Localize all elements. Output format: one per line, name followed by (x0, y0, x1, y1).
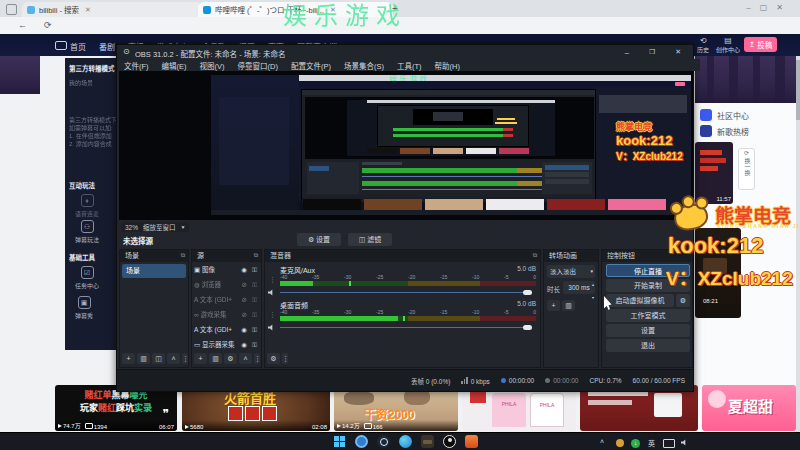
menu-file[interactable]: 文件(F) (124, 60, 149, 71)
scene-more-button[interactable]: ⋮ (182, 353, 188, 364)
nested-obs-controls (542, 162, 592, 194)
mixer-ch1-ticks: -40-35-30-25-20-15-10-50 (280, 274, 536, 280)
mixer-ch1-slider[interactable] (280, 292, 532, 293)
preview-zoom-control[interactable]: 32% 缩放至窗口 ▼ (121, 222, 189, 232)
menu-edit[interactable]: 编辑(E) (162, 60, 187, 71)
tray-expand-icon[interactable]: ˄ (600, 438, 604, 445)
source-row-text2[interactable]: A 文本 (GDI+◉⚿ (194, 323, 259, 337)
obs-status-bar: 丢帧 0 (0.0%) 0 kbps 00:00:00 00:00:00 CPU… (117, 369, 693, 391)
mixer-ch2-slider[interactable] (280, 327, 532, 328)
cast-icon[interactable] (663, 439, 675, 448)
taskbar-app-meeting[interactable] (355, 435, 368, 448)
menu-scene-collection[interactable]: 场景集合(S) (344, 60, 384, 71)
taskbar-app-game[interactable] (421, 435, 434, 448)
source-row-text1[interactable]: A 文本 (GDI+⊘⚿ (194, 293, 259, 307)
source-row-display-capture[interactable]: ▭ 显示器采集◉⚿ (194, 338, 259, 352)
add-scene-button[interactable]: + (122, 353, 135, 364)
scene-up-button[interactable]: ˄ (167, 353, 180, 364)
taskbar-app-edge[interactable] (399, 435, 412, 448)
source-row-browser[interactable]: ◍ 浏览器⊘⚿ (194, 278, 259, 292)
link-community-center[interactable]: 社区中心 (700, 109, 749, 121)
tray-app-icon[interactable] (616, 439, 624, 447)
virtual-camera-button[interactable]: 启动虚拟摄像机 (606, 294, 674, 307)
volume-icon[interactable] (681, 439, 688, 446)
settings-button[interactable]: 设置 (606, 324, 690, 337)
source-properties-button[interactable]: ⚙ (224, 353, 237, 364)
bitrate: 0 kbps (461, 377, 489, 385)
source-row-game-capture[interactable]: ∞ 游戏采集⊘⚿ (194, 308, 259, 322)
transition-select[interactable]: 淡入淡出 ▾ (547, 265, 595, 278)
ime-indicator[interactable]: 英 (648, 438, 655, 448)
menu-tools[interactable]: 工具(T) (397, 60, 422, 71)
right-thumb-1[interactable]: 11:57 (695, 142, 733, 204)
mixer-header: 混音器 (265, 250, 540, 262)
tab-search-icon[interactable] (6, 4, 17, 15)
start-button[interactable] (333, 435, 348, 450)
creator-icon: ▤ (716, 36, 740, 45)
link-music-chart[interactable]: 新歌热榜 (700, 125, 749, 137)
refresh-icon[interactable]: ⟳ (44, 20, 52, 30)
scene-filters-button[interactable]: ◫ (152, 353, 165, 364)
lock-icon: ⚿ (252, 293, 257, 307)
bili-tv-icon (55, 41, 67, 50)
obs-preview[interactable]: 娱乐游戏 (119, 71, 693, 220)
remove-source-button[interactable]: ▥ (209, 353, 222, 364)
filters-button[interactable]: ◫ 滤镜 (348, 233, 392, 246)
nav-bangumi[interactable]: 番剧 (99, 41, 115, 52)
browser-tab-1[interactable]: bilibili - 搜索 ✕ (22, 2, 202, 17)
remove-transition-button[interactable]: ▥ (562, 300, 575, 311)
source-up-button[interactable]: ˄ (239, 353, 252, 364)
sidebar-item-voice[interactable]: ♦ 语音连麦 (75, 194, 99, 218)
tab1-close-icon[interactable]: ✕ (85, 6, 91, 14)
popout-icon[interactable]: ⧉ (181, 252, 185, 259)
mixer-panel: 混音器 ⧉ 麦克风/Aux 5.0 dB ⋮ -40-35-30-25-20-1… (264, 249, 541, 368)
page-scrollbar[interactable] (796, 56, 800, 432)
nav-creator-center[interactable]: ▤ 创作中心 (716, 36, 740, 54)
studio-mode-button[interactable]: 工作室模式 (606, 309, 690, 322)
spinner-arrows-icon[interactable]: ▴▾ (592, 278, 594, 304)
mixer-more-button[interactable]: ⋮ (282, 353, 288, 364)
sidebar-item-danmaku-show[interactable]: ▣ 弹幕秀 (75, 296, 93, 320)
exit-button[interactable]: 退出 (606, 339, 690, 352)
sidebar-tab[interactable]: 我的场景 (69, 78, 93, 87)
scene-item-selected[interactable]: 场景 (122, 264, 186, 278)
upload-button[interactable]: ↥ 投稿 (744, 37, 777, 52)
remove-scene-button[interactable]: ▥ (137, 353, 150, 364)
refresh-feed-button[interactable]: ⟳ 换一换 (738, 148, 755, 190)
taskbar-app-launcher[interactable] (465, 435, 478, 448)
source-row-image[interactable]: ▣ 图像◉⚿ (194, 263, 259, 277)
browser-window-controls[interactable]: –▢✕ (746, 3, 792, 12)
back-icon[interactable]: ← (18, 20, 27, 30)
popout-icon[interactable]: ⧉ (254, 252, 258, 259)
taskbar-app-obs[interactable] (443, 435, 456, 448)
popout-ic on[interactable]: ⧉ (533, 252, 537, 259)
add-source-button[interactable]: + (194, 353, 207, 364)
add-transition-button[interactable]: + (547, 300, 560, 311)
nav-history[interactable]: ⟲ 历史 (697, 36, 709, 54)
nav-home[interactable]: 首页 (55, 41, 86, 52)
obs-maximize-icon[interactable]: ❒ (649, 48, 655, 56)
tray-download-icon[interactable]: ↓ (631, 439, 640, 448)
obs-title-bar[interactable]: ⊙ OBS 31.0.2 - 配置文件: 未命名 - 场景: 未命名 – ❒ ✕ (117, 45, 693, 59)
sidebar-item-danmaku-play[interactable]: ⚇ 弹幕玩法 (75, 220, 99, 244)
source-settings-button[interactable]: ⚙ 设置 (297, 233, 341, 246)
no-source-label: 未选择源 (123, 235, 153, 246)
video-card-6[interactable]: 夏超甜 (702, 385, 796, 431)
sidebar-item-tasks[interactable]: ☑ 任务中心 (75, 266, 99, 290)
source-more-button[interactable]: ⋮ (254, 353, 260, 364)
duration-spinner[interactable]: 300 ms ▴▾ (563, 281, 595, 294)
taskbar-app-steam[interactable] (377, 435, 390, 448)
menu-profile[interactable]: 配置文件(P) (291, 60, 331, 71)
obs-close-icon[interactable]: ✕ (675, 48, 681, 56)
mixer-settings-button[interactable]: ⚙ (267, 353, 280, 364)
speaker-icon[interactable] (268, 324, 275, 331)
drag-grip-icon[interactable]: ⋮ (269, 276, 276, 284)
menu-help[interactable]: 帮助(H) (435, 60, 460, 71)
drag-grip-icon[interactable]: ⋮ (269, 311, 276, 319)
menu-docks[interactable]: 停靠窗口(D) (238, 60, 278, 71)
speaker-icon[interactable] (268, 289, 275, 296)
virtual-camera-config-button[interactable]: ⚙ (676, 294, 690, 307)
obs-minimize-icon[interactable]: – (625, 48, 629, 57)
lock-icon: ⚿ (252, 308, 257, 322)
menu-view[interactable]: 视图(V) (200, 60, 225, 71)
